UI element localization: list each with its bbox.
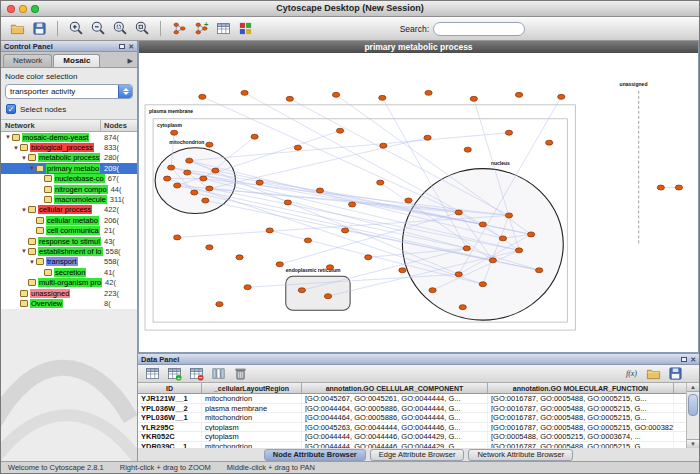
network-node[interactable] xyxy=(184,170,191,175)
trash-icon[interactable] xyxy=(230,364,250,384)
table-cell[interactable]: YKR052C xyxy=(138,432,202,441)
expander-icon[interactable]: ▼ xyxy=(28,258,36,266)
network-node[interactable] xyxy=(236,255,243,260)
import-attributes-icon[interactable] xyxy=(643,364,663,384)
network-node[interactable] xyxy=(168,165,175,170)
column-settings-icon[interactable] xyxy=(208,364,228,384)
tab-node-attribute-browser[interactable]: Node Attribute Browser xyxy=(264,449,366,461)
table-row[interactable]: YJR121W__1mitochondrion[GO:0045267, GO:0… xyxy=(138,394,699,404)
network-node[interactable] xyxy=(399,268,406,273)
network-node[interactable] xyxy=(479,222,486,227)
network-node[interactable] xyxy=(316,188,323,193)
tree-row[interactable]: response to stimul43( xyxy=(1,236,137,246)
scroll-up-icon[interactable]: ▲ xyxy=(687,383,699,392)
tree-row[interactable]: secretion41( xyxy=(1,267,137,277)
tree-row[interactable]: cell communica21( xyxy=(1,226,137,236)
expander-icon[interactable]: ▼ xyxy=(20,206,28,214)
zoom-selected-icon[interactable] xyxy=(110,19,130,39)
network-node[interactable] xyxy=(515,92,522,97)
network-node[interactable] xyxy=(365,255,372,260)
tab-edge-attribute-browser[interactable]: Edge Attribute Browser xyxy=(370,449,465,461)
tree-row[interactable]: ▼metabolic process280( xyxy=(1,153,137,163)
select-attributes-icon[interactable] xyxy=(142,364,162,384)
tree-column-nodes[interactable]: Nodes xyxy=(101,120,137,132)
import-table-icon[interactable] xyxy=(213,19,233,39)
first-neighbors-icon[interactable] xyxy=(169,19,189,39)
table-cell[interactable]: [GO:0044464, GO:0005886, GO:0044444, G..… xyxy=(302,404,488,413)
table-cell[interactable]: [GO:0045263, GO:0044444, GO:0044446, G..… xyxy=(302,423,488,432)
tab-mosaic[interactable]: Mosaic xyxy=(53,54,100,67)
delete-attribute-icon[interactable] xyxy=(186,364,206,384)
network-node[interactable] xyxy=(200,176,207,181)
network-node[interactable] xyxy=(499,236,506,241)
network-node[interactable] xyxy=(276,262,283,267)
network-node[interactable] xyxy=(286,96,293,101)
network-canvas-wrap[interactable]: plasma membranecytoplasmmitochondrionnuc… xyxy=(139,53,698,352)
table-cell[interactable]: mitochondrion xyxy=(202,394,302,403)
table-cell[interactable]: YPL036W__1 xyxy=(138,413,202,422)
table-cell[interactable]: mitochondrion xyxy=(202,442,302,449)
network-node[interactable] xyxy=(377,180,384,185)
expander-icon[interactable]: ▼ xyxy=(4,133,12,141)
network-node[interactable] xyxy=(174,183,181,188)
network-node[interactable] xyxy=(171,130,178,135)
table-row[interactable]: YPL036W__2plasma membrane[GO:0044464, GO… xyxy=(138,404,699,414)
table-cell[interactable]: [GO:0016787, GO:0005488, GO:0005215, G..… xyxy=(488,442,674,449)
table-cell[interactable]: YDR039C__1 xyxy=(138,442,202,449)
table-cell[interactable]: [GO:0016787, GO:0005488, GO:0005215, G..… xyxy=(488,394,674,403)
tree-row[interactable]: macromolecule311( xyxy=(1,194,137,204)
network-node[interactable] xyxy=(505,213,512,218)
tree-row[interactable]: ▼transport558( xyxy=(1,257,137,267)
tab-network[interactable]: Network xyxy=(3,54,52,67)
table-cell[interactable]: plasma membrane xyxy=(202,404,302,413)
network-node[interactable] xyxy=(216,302,223,307)
network-node[interactable] xyxy=(349,202,356,207)
float-panel-icon[interactable] xyxy=(119,44,125,49)
table-row[interactable]: YPL036W__1mitochondrion[GO:0044464, GO:0… xyxy=(138,413,699,423)
zoom-in-icon[interactable] xyxy=(66,19,86,39)
expander-icon[interactable]: ▼ xyxy=(20,154,28,162)
network-node[interactable] xyxy=(202,198,209,203)
network-node[interactable] xyxy=(505,130,512,135)
network-node[interactable] xyxy=(657,185,664,190)
network-node[interactable] xyxy=(186,158,193,163)
tab-overflow-arrow-icon[interactable]: ▶ xyxy=(126,57,135,67)
tree-row[interactable]: ▼cellular process422( xyxy=(1,205,137,215)
table-cell[interactable]: [GO:0016787, GO:0005488, GO:0005215, GO:… xyxy=(488,423,674,432)
network-node[interactable] xyxy=(332,92,339,97)
zoom-out-icon[interactable] xyxy=(88,19,108,39)
tree-row[interactable]: Overview8( xyxy=(1,298,137,308)
network-node[interactable] xyxy=(455,210,462,215)
select-nodes-checkbox[interactable] xyxy=(6,104,16,114)
column-header[interactable]: _cellularLayoutRegion xyxy=(202,383,302,393)
table-cell[interactable]: [GO:0016787, GO:0005488, GO:0005215, G..… xyxy=(488,413,674,422)
network-node[interactable] xyxy=(304,238,311,243)
network-node[interactable] xyxy=(459,305,466,310)
tree-row[interactable]: multi-organism pro42( xyxy=(1,277,137,287)
scrollbar-thumb[interactable] xyxy=(688,394,698,416)
table-cell[interactable]: mitochondrion xyxy=(202,413,302,422)
network-node[interactable] xyxy=(199,94,206,99)
node-color-dropdown[interactable]: transporter activity xyxy=(5,84,133,99)
search-input[interactable] xyxy=(433,22,525,36)
network-node[interactable] xyxy=(174,235,181,240)
network-node[interactable] xyxy=(380,143,387,148)
table-cell[interactable]: YPL036W__2 xyxy=(138,404,202,413)
open-session-icon[interactable] xyxy=(7,19,27,39)
formula-builder-icon[interactable]: f(x) xyxy=(621,364,641,384)
tree-row[interactable]: nucleobase-co67( xyxy=(1,174,137,184)
network-node[interactable] xyxy=(266,228,273,233)
network-node[interactable] xyxy=(470,96,477,101)
table-cell[interactable]: [GO:0044444, GO:0044446, GO:0044429, G..… xyxy=(302,432,488,441)
network-node[interactable] xyxy=(341,228,348,233)
table-cell[interactable]: cytoplasm xyxy=(202,423,302,432)
network-node[interactable] xyxy=(546,140,553,145)
network-node[interactable] xyxy=(284,200,291,205)
tree-row[interactable]: ▼primary metabo209( xyxy=(1,163,137,173)
table-vertical-scrollbar[interactable]: ▲ ▼ xyxy=(686,383,699,448)
table-cell[interactable]: [GO:0005488, GO:0005215, GO:0003674, ... xyxy=(488,432,674,441)
close-panel-icon[interactable]: ✕ xyxy=(128,43,134,50)
network-node[interactable] xyxy=(164,176,171,181)
window-titlebar[interactable]: Cytoscape Desktop (New Session) xyxy=(1,1,699,17)
table-row[interactable]: YDR039C__1mitochondrion[GO:0044444, GO:0… xyxy=(138,442,699,449)
